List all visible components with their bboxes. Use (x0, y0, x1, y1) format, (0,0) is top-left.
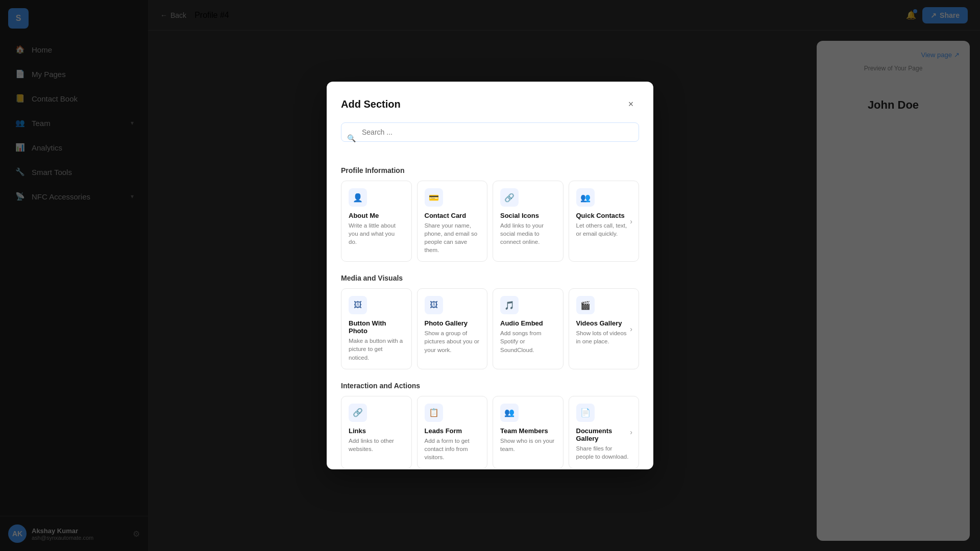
search-input[interactable] (341, 122, 639, 142)
interaction-cards: 🔗 Links Add links to other websites. 📋 L… (341, 396, 639, 469)
card-title: Documents Gallery (576, 427, 632, 442)
about-me-icon: 👤 (349, 188, 367, 207)
card-button-with-photo[interactable]: 🖼 Button With Photo Make a button with a… (341, 288, 412, 369)
card-desc: Add a form to get contact info from visi… (425, 437, 480, 461)
card-title: Button With Photo (349, 319, 404, 335)
card-desc: Write a little about you and what you do… (349, 221, 404, 246)
card-quick-contacts[interactable]: 👥 Quick Contacts Let others call, text, … (569, 181, 640, 262)
card-photo-gallery[interactable]: 🖼 Photo Gallery Show a group of pictures… (417, 288, 488, 369)
card-title: Audio Embed (500, 319, 556, 327)
card-desc: Share files for people to download. (576, 444, 632, 461)
chevron-right-icon: › (630, 217, 632, 226)
card-title: Quick Contacts (576, 212, 632, 219)
quick-contacts-icon: 👥 (576, 188, 595, 207)
card-title: Links (349, 427, 404, 435)
team-members-icon: 👥 (500, 404, 519, 422)
links-icon: 🔗 (349, 404, 367, 422)
card-desc: Add songs from Spotify or SoundCloud. (500, 329, 556, 354)
card-leads-form[interactable]: 📋 Leads Form Add a form to get contact i… (417, 396, 488, 469)
profile-info-cards: 👤 About Me Write a little about you and … (341, 181, 639, 262)
add-section-modal: Add Section × 🔍 Profile Information 👤 Ab… (327, 82, 653, 469)
card-audio-embed[interactable]: 🎵 Audio Embed Add songs from Spotify or … (493, 288, 564, 369)
button-photo-icon: 🖼 (349, 296, 367, 314)
card-desc: Add links to your social media to connec… (500, 221, 556, 246)
modal-header: Add Section × (341, 96, 639, 112)
leads-form-icon: 📋 (425, 404, 443, 422)
audio-embed-icon: 🎵 (500, 296, 519, 314)
card-desc: Show who is on your team. (500, 437, 556, 453)
videos-gallery-icon: 🎬 (576, 296, 595, 314)
search-wrapper: 🔍 (341, 122, 639, 154)
card-title: Social Icons (500, 212, 556, 219)
card-social-icons[interactable]: 🔗 Social Icons Add links to your social … (493, 181, 564, 262)
chevron-right-icon: › (630, 428, 632, 436)
search-icon: 🔍 (347, 134, 356, 142)
card-title: Contact Card (425, 212, 480, 219)
chevron-right-icon: › (630, 325, 632, 333)
card-title: Leads Form (425, 427, 480, 435)
card-title: Photo Gallery (425, 319, 480, 327)
contact-card-icon: 💳 (425, 188, 443, 207)
card-title: Videos Gallery (576, 319, 632, 327)
card-desc: Make a button with a picture to get noti… (349, 337, 404, 361)
modal-close-button[interactable]: × (623, 96, 639, 112)
card-videos-gallery[interactable]: 🎬 Videos Gallery Show lots of videos in … (569, 288, 640, 369)
modal-title: Add Section (341, 98, 401, 110)
card-desc: Show a group of pictures about you or yo… (425, 329, 480, 354)
social-icons-icon: 🔗 (500, 188, 519, 207)
media-cards: 🖼 Button With Photo Make a button with a… (341, 288, 639, 369)
documents-gallery-icon: 📄 (576, 404, 595, 422)
section-label-interaction: Interaction and Actions (341, 382, 639, 390)
section-label-profile-info: Profile Information (341, 166, 639, 174)
card-desc: Let others call, text, or email quickly. (576, 221, 632, 238)
card-desc: Share your name, phone, and email so peo… (425, 221, 480, 254)
card-desc: Show lots of videos in one place. (576, 329, 632, 345)
card-about-me[interactable]: 👤 About Me Write a little about you and … (341, 181, 412, 262)
card-team-members[interactable]: 👥 Team Members Show who is on your team. (493, 396, 564, 469)
section-label-media: Media and Visuals (341, 274, 639, 282)
card-title: About Me (349, 212, 404, 219)
card-desc: Add links to other websites. (349, 437, 404, 453)
card-contact-card[interactable]: 💳 Contact Card Share your name, phone, a… (417, 181, 488, 262)
card-links[interactable]: 🔗 Links Add links to other websites. (341, 396, 412, 469)
modal-overlay: Add Section × 🔍 Profile Information 👤 Ab… (0, 0, 980, 551)
card-documents-gallery[interactable]: 📄 Documents Gallery Share files for peop… (569, 396, 640, 469)
photo-gallery-icon: 🖼 (425, 296, 443, 314)
card-title: Team Members (500, 427, 556, 435)
